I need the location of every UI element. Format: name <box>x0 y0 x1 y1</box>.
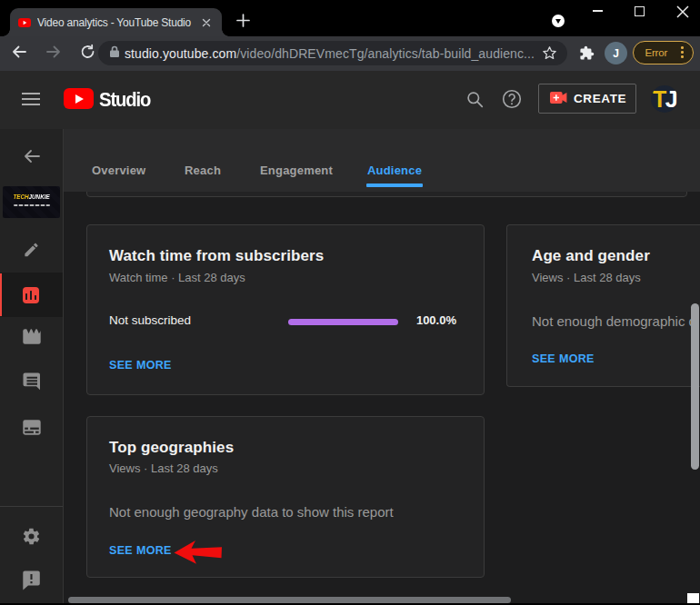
tab-audience[interactable]: Audience <box>367 156 422 183</box>
avatar-letter-t: T <box>653 86 665 113</box>
video-thumbnail[interactable]: TECHJUNKIE <box>3 186 60 218</box>
see-more-link[interactable]: SEE MORE <box>109 544 172 557</box>
card-title: Age and gender <box>532 247 650 265</box>
profile-initial: J <box>613 47 619 60</box>
tab-title: Video analytics - YouTube Studio <box>37 16 197 29</box>
sidebar-item-details[interactable] <box>0 241 63 259</box>
vertical-scrollbar-thumb[interactable] <box>691 303 699 470</box>
browser-profile-avatar[interactable]: J <box>605 42 627 64</box>
sidebar-item-subtitles[interactable] <box>0 420 63 435</box>
partial-card-above <box>86 192 687 197</box>
reload-button[interactable] <box>80 45 95 64</box>
card-subtitle: Views · Last 28 days <box>109 461 218 475</box>
active-tab-underline <box>366 183 423 187</box>
window-close-button[interactable] <box>676 5 689 18</box>
create-button-label: CREATE <box>574 92 626 105</box>
thumbnail-caption-line <box>14 204 50 206</box>
url-path: /video/dhDREVmecTg/analytics/tab-build_a… <box>236 46 535 61</box>
search-icon[interactable] <box>465 90 485 113</box>
create-button[interactable]: CREATE <box>538 84 636 114</box>
window-minimize-button[interactable] <box>593 10 603 12</box>
sidebar-item-editor[interactable] <box>0 329 63 344</box>
triangle-down-icon <box>555 19 561 24</box>
error-badge-label: Error <box>645 47 668 58</box>
sidebar-item-comments[interactable] <box>0 372 63 391</box>
forward-button[interactable] <box>45 44 62 64</box>
studio-logo-text[interactable]: Studio <box>99 88 150 111</box>
bar-row-value: 100.0% <box>416 313 456 327</box>
channel-avatar[interactable]: TJ <box>651 85 678 113</box>
kebab-menu-icon <box>681 46 684 58</box>
lock-icon <box>109 45 120 62</box>
address-bar[interactable]: studio.youtube.com/video/dhDREVmecTg/ana… <box>98 41 567 65</box>
tab-engagement[interactable]: Engagement <box>260 156 333 183</box>
url-host: studio.youtube.com <box>125 46 236 61</box>
window-maximize-button[interactable] <box>635 6 645 16</box>
video-camera-icon <box>550 91 567 107</box>
new-tab-button[interactable] <box>234 11 253 30</box>
see-more-link[interactable]: SEE MORE <box>109 359 172 372</box>
browser-tab[interactable]: Video analytics - YouTube Studio <box>10 8 222 36</box>
sidebar-content-divider <box>63 129 64 605</box>
bar-row-label: Not subscribed <box>109 313 191 327</box>
help-icon[interactable] <box>502 89 522 113</box>
card-message: Not enough geography data to show this r… <box>109 504 394 520</box>
browser-titlebar: Video analytics - YouTube Studio <box>0 0 700 36</box>
back-button[interactable] <box>11 44 27 64</box>
sidebar-item-settings[interactable] <box>0 527 63 546</box>
sidebar-item-feedback[interactable] <box>0 570 63 590</box>
analytics-tabstrip: Overview Reach Engagement Audience <box>63 129 700 192</box>
main-area: Overview Reach Engagement Audience Watch… <box>63 129 700 605</box>
media-controls-button[interactable] <box>552 15 565 27</box>
card-watch-time-from-subscribers: Watch time from subscribers Watch time ·… <box>86 224 485 395</box>
card-top-geographies: Top geographies Views · Last 28 days Not… <box>86 416 485 578</box>
card-age-and-gender: Age and gender Views · Last 28 days Not … <box>506 224 700 387</box>
card-subtitle: Watch time · Last 28 days <box>109 271 245 284</box>
card-subtitle: Views · Last 28 days <box>532 271 641 284</box>
horizontal-scrollbar-thumb[interactable] <box>68 597 511 604</box>
tab-close-icon[interactable] <box>199 15 214 30</box>
card-title: Watch time from subscribers <box>109 247 324 265</box>
thumbnail-brand: TECHJUNKIE <box>13 194 49 200</box>
scrollbar-corner <box>687 593 699 604</box>
browser-menu-error-button[interactable]: Error <box>633 41 694 64</box>
active-item-red-bar <box>0 273 2 316</box>
studio-sidebar: TECHJUNKIE <box>0 129 63 605</box>
sidebar-divider <box>0 506 63 507</box>
see-more-link[interactable]: SEE MORE <box>532 352 595 365</box>
card-title: Top geographies <box>109 439 234 457</box>
sidebar-back-arrow[interactable] <box>0 148 63 164</box>
youtube-logo-icon[interactable] <box>64 88 94 109</box>
tab-overview[interactable]: Overview <box>92 156 145 183</box>
play-triangle-icon <box>75 94 84 104</box>
tab-reach[interactable]: Reach <box>185 156 221 183</box>
analytics-icon[interactable] <box>23 287 39 303</box>
youtube-favicon-icon <box>17 15 32 30</box>
bar-row-bar <box>288 319 398 325</box>
menu-hamburger-icon[interactable] <box>22 93 40 105</box>
annotation-arrow-icon <box>174 541 223 568</box>
browser-window: Video analytics - YouTube Studio st <box>0 0 700 605</box>
url-text: studio.youtube.com/video/dhDREVmecTg/ana… <box>125 46 535 61</box>
card-message: Not enough demographic d <box>532 313 696 329</box>
bookmark-star-icon[interactable] <box>542 45 557 64</box>
analytics-content: Watch time from subscribers Watch time ·… <box>63 192 700 605</box>
extensions-puzzle-icon[interactable] <box>579 45 595 64</box>
